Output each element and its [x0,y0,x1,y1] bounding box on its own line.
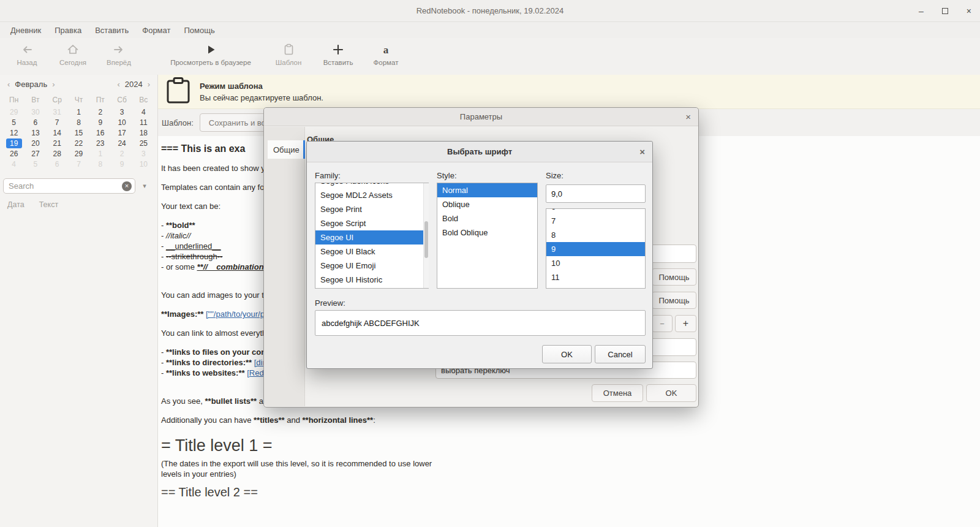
font-family-option[interactable]: Segoe UI Black [315,245,428,259]
preferences-close-icon[interactable]: × [685,108,691,126]
next-month-icon[interactable]: › [50,80,57,89]
calendar-day[interactable]: 11 [135,118,151,127]
font-family-list[interactable]: Segoe Fluent IconsSegoe MDL2 AssetsSegoe… [315,183,429,289]
font-family-option[interactable]: Segoe MDL2 Assets [315,188,428,202]
calendar-day[interactable]: 19 [6,138,22,148]
calendar-day[interactable]: 6 [49,159,65,169]
tab-general[interactable]: Общие [268,140,305,159]
font-family-option[interactable]: Segoe Fluent Icons [315,183,428,188]
preferences-dialog-titlebar[interactable]: Параметры × [264,108,698,126]
calendar-day[interactable]: 29 [70,149,86,159]
calendar-day[interactable]: 5 [6,118,22,127]
calendar-day[interactable]: 3 [135,149,151,159]
font-dialog-titlebar[interactable]: Выбрать шрифт × [307,142,652,162]
font-cancel-button[interactable]: Cancel [595,345,646,363]
calendar-day[interactable]: 16 [92,128,108,138]
calendar-day[interactable]: 17 [114,128,130,138]
menu-item[interactable]: Дневник [4,23,48,37]
calendar-day[interactable]: 1 [70,107,86,117]
calendar-day[interactable]: 24 [114,138,130,148]
font-family-option[interactable]: Segoe UI Emoji [315,259,428,273]
today-button[interactable]: Сегодня [49,42,97,66]
year-label[interactable]: 2024 [123,80,145,89]
preferences-cancel-button[interactable]: Отмена [592,384,643,402]
font-style-list[interactable]: NormalObliqueBoldBold Oblique [437,183,538,289]
close-icon[interactable]: × [967,7,971,15]
font-size-option[interactable]: 9 [546,242,645,256]
search-clear-icon[interactable]: × [122,181,132,191]
calendar-day[interactable]: 14 [49,128,65,138]
prev-month-icon[interactable]: ‹ [5,80,12,89]
calendar-day[interactable]: 10 [135,159,151,169]
calendar-day[interactable]: 8 [70,118,86,127]
calendar-day[interactable]: 4 [6,159,22,169]
calendar-day[interactable]: 2 [114,149,130,159]
minimize-icon[interactable]: – [919,7,924,15]
calendar-day[interactable]: 4 [135,107,151,117]
column-header-text[interactable]: Текст [39,200,58,209]
search-dropdown-icon[interactable]: ▾ [135,182,154,190]
calendar-day[interactable]: 26 [6,149,22,159]
menu-item[interactable]: Формат [135,23,177,37]
help-button-2[interactable]: Помощь [652,292,696,309]
calendar-day[interactable]: 31 [49,107,65,117]
font-ok-button[interactable]: OK [542,345,592,363]
calendar-day[interactable]: 1 [92,149,108,159]
calendar-day[interactable]: 9 [92,118,108,127]
insert-button[interactable]: Вставить [315,42,361,66]
column-header-date[interactable]: Дата [7,200,24,209]
calendar-day[interactable]: 12 [6,128,22,138]
size-input[interactable]: 9,0 [546,184,646,203]
font-size-option[interactable]: 6 [546,208,645,214]
calendar-day[interactable]: 2 [92,107,108,117]
prev-year-icon[interactable]: ‹ [115,80,122,89]
remove-button[interactable]: − [652,315,673,332]
font-style-option[interactable]: Oblique [437,197,537,211]
search-input[interactable] [3,178,135,194]
calendar-day[interactable]: 22 [70,138,86,148]
calendar-day[interactable]: 20 [28,138,43,148]
month-label[interactable]: Февраль [12,80,50,89]
scrollbar-thumb[interactable] [424,221,428,258]
calendar-day[interactable]: 30 [28,107,43,117]
font-style-option[interactable]: Bold [437,211,537,226]
window-titlebar[interactable]: RedNotebook - понедельник, 19.02.2024 – … [0,0,980,22]
calendar-day[interactable]: 13 [28,128,43,138]
add-button[interactable]: + [675,315,696,332]
font-family-option[interactable]: Segoe UI [315,230,428,245]
menu-item[interactable]: Вставить [88,23,135,37]
back-button[interactable]: Назад [5,42,49,66]
calendar-day[interactable]: 29 [6,107,22,117]
calendar-day[interactable]: 8 [92,159,108,169]
font-dialog-close-icon[interactable]: × [639,142,645,162]
font-size-option[interactable]: 7 [546,214,645,228]
calendar-day[interactable]: 23 [92,138,108,148]
maximize-icon[interactable] [942,7,948,15]
menu-item[interactable]: Помощь [177,23,221,37]
help-button-1[interactable]: Помощь [652,268,696,286]
calendar-day[interactable]: 5 [28,159,43,169]
calendar-day[interactable]: 6 [28,118,43,127]
template-button[interactable]: Шаблон [262,42,315,66]
forward-button[interactable]: Вперёд [97,42,141,66]
font-size-option[interactable]: 10 [546,256,645,270]
calendar-day[interactable]: 28 [49,149,65,159]
calendar-day[interactable]: 3 [114,107,130,117]
calendar-day[interactable]: 7 [49,118,65,127]
calendar-day[interactable]: 18 [135,128,151,138]
calendar-day[interactable]: 10 [114,118,130,127]
next-year-icon[interactable]: › [145,80,153,89]
font-family-option[interactable]: Segoe UI Historic [315,273,428,287]
font-family-option[interactable]: Segoe Script [315,216,428,230]
font-family-option[interactable]: Segoe Print [315,202,428,216]
calendar-day[interactable]: 9 [114,159,130,169]
calendar-day[interactable]: 15 [70,128,86,138]
calendar-day[interactable]: 25 [135,138,151,148]
font-size-option[interactable]: 12 [546,284,645,289]
preview-in-browser-button[interactable]: Просмотреть в браузере [159,42,262,66]
font-size-option[interactable]: 8 [546,228,645,242]
calendar-day[interactable]: 7 [70,159,86,169]
preferences-ok-button[interactable]: OK [646,384,696,402]
calendar-day[interactable]: 21 [49,138,65,148]
font-size-list[interactable]: 6789101112 [546,208,646,289]
